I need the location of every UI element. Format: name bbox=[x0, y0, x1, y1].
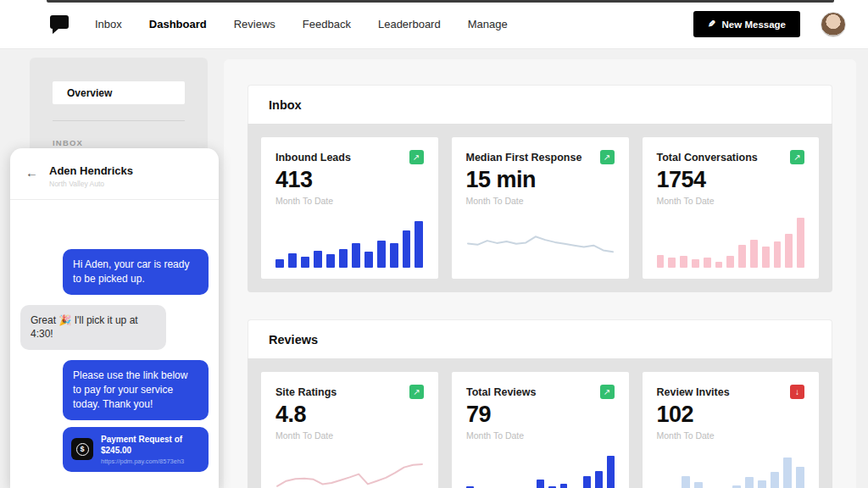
card-title: Total Conversations bbox=[657, 150, 758, 164]
new-message-button[interactable]: ✎ New Message bbox=[693, 11, 800, 37]
nav-item-leaderboard[interactable]: Leaderboard bbox=[378, 18, 441, 30]
nav-item-feedback[interactable]: Feedback bbox=[303, 18, 351, 30]
card-value: 413 bbox=[275, 167, 424, 193]
chat-panel: ← Aden Hendricks North Valley Auto Hi Ad… bbox=[10, 148, 219, 488]
site-ratings-line-chart bbox=[275, 450, 424, 488]
card-value: 1754 bbox=[657, 167, 805, 193]
card-subtitle: Month To Date bbox=[466, 430, 615, 441]
inbound-leads-bar-chart bbox=[275, 215, 424, 268]
inbox-section: Inbox Inbound Leads ↗ 413 Month To Date … bbox=[248, 85, 832, 292]
trend-up-icon: ↗ bbox=[790, 150, 804, 164]
payment-icon: $ bbox=[71, 438, 93, 460]
line-chart-svg bbox=[275, 450, 424, 488]
card-value: 102 bbox=[657, 402, 805, 428]
stat-card-median-first-response: Median First Response ↗ 15 min Month To … bbox=[452, 137, 629, 279]
payment-request-card[interactable]: $ Payment Request of $245.00 https://pdm… bbox=[63, 427, 209, 472]
review-invites-bar-chart bbox=[657, 450, 805, 488]
median-first-response-line-chart bbox=[466, 215, 615, 268]
back-arrow-icon[interactable]: ← bbox=[25, 166, 38, 179]
inbox-section-header: Inbox bbox=[248, 85, 832, 124]
reviews-section: Reviews Site Ratings ↗ 4.8 Month To Date… bbox=[248, 319, 832, 488]
card-value: 4.8 bbox=[275, 402, 424, 428]
card-title: Total Reviews bbox=[466, 385, 536, 398]
chat-contact-name: Aden Hendricks bbox=[49, 164, 133, 177]
nav-item-inbox[interactable]: Inbox bbox=[95, 18, 122, 30]
card-subtitle: Month To Date bbox=[657, 196, 805, 206]
reviews-section-body: Site Ratings ↗ 4.8 Month To Date Total R… bbox=[248, 358, 832, 488]
pencil-icon: ✎ bbox=[708, 19, 715, 30]
app-logo-icon[interactable] bbox=[49, 14, 70, 35]
nav-item-manage[interactable]: Manage bbox=[468, 18, 508, 30]
chat-header: ← Aden Hendricks North Valley Auto bbox=[10, 148, 219, 200]
card-value: 15 min bbox=[466, 167, 615, 193]
total-reviews-bar-chart bbox=[466, 450, 615, 488]
payment-title: Payment Request of $245.00 bbox=[101, 434, 200, 456]
total-conversations-bar-chart bbox=[657, 215, 805, 268]
sidebar-divider bbox=[53, 120, 185, 121]
stat-card-review-invites: Review Invites ↓ 102 Month To Date bbox=[643, 372, 820, 488]
stat-card-site-ratings: Site Ratings ↗ 4.8 Month To Date bbox=[261, 372, 438, 488]
chat-bubble-outgoing: Please use the link below to pay for you… bbox=[63, 360, 209, 419]
chat-bubble-outgoing: Hi Aden, your car is ready to be picked … bbox=[63, 249, 209, 295]
card-subtitle: Month To Date bbox=[275, 196, 424, 206]
trend-up-icon: ↗ bbox=[409, 385, 424, 399]
sidebar-item-overview[interactable]: Overview bbox=[53, 81, 185, 104]
card-title: Median First Response bbox=[466, 150, 582, 164]
card-title: Site Ratings bbox=[275, 385, 337, 398]
chat-bubble-incoming: Great 🎉 I'll pick it up at 4:30! bbox=[20, 305, 166, 351]
nav-item-dashboard[interactable]: Dashboard bbox=[149, 18, 207, 30]
top-edge-strip bbox=[47, 0, 834, 3]
card-subtitle: Month To Date bbox=[466, 196, 615, 206]
main-content: Inbox Inbound Leads ↗ 413 Month To Date … bbox=[224, 59, 856, 488]
card-subtitle: Month To Date bbox=[657, 430, 805, 441]
card-subtitle: Month To Date bbox=[275, 430, 424, 441]
inbox-section-body: Inbound Leads ↗ 413 Month To Date Median… bbox=[248, 124, 832, 292]
chat-contact-subtitle: North Valley Auto bbox=[49, 180, 133, 188]
new-message-label: New Message bbox=[722, 19, 786, 30]
line-chart-svg bbox=[466, 215, 615, 268]
card-value: 79 bbox=[466, 402, 615, 428]
stat-card-total-reviews: Total Reviews ↗ 79 Month To Date bbox=[452, 372, 629, 488]
top-nav: Inbox Dashboard Reviews Feedback Leaderb… bbox=[0, 0, 868, 49]
stat-card-total-conversations: Total Conversations ↗ 1754 Month To Date bbox=[643, 137, 820, 279]
dashboard-page: Inbox Dashboard Reviews Feedback Leaderb… bbox=[0, 0, 868, 488]
trend-up-icon: ↗ bbox=[600, 150, 615, 164]
dollar-icon: $ bbox=[76, 443, 89, 456]
chat-messages: Hi Aden, your car is ready to be picked … bbox=[10, 200, 219, 480]
trend-down-icon: ↓ bbox=[790, 385, 804, 399]
section-title: Inbox bbox=[269, 98, 302, 112]
user-avatar[interactable] bbox=[821, 12, 846, 37]
stat-card-inbound-leads: Inbound Leads ↗ 413 Month To Date bbox=[261, 137, 438, 279]
trend-up-icon: ↗ bbox=[409, 150, 424, 164]
sidebar-section-label: INBOX bbox=[53, 138, 208, 147]
card-title: Inbound Leads bbox=[275, 150, 351, 164]
payment-link[interactable]: https://pdm.pay.com/8573eh3 bbox=[101, 458, 200, 465]
nav-item-reviews[interactable]: Reviews bbox=[234, 18, 275, 30]
reviews-section-header: Reviews bbox=[248, 319, 832, 358]
card-title: Review Invites bbox=[657, 385, 730, 398]
section-title: Reviews bbox=[269, 333, 318, 347]
trend-up-icon: ↗ bbox=[600, 385, 615, 399]
